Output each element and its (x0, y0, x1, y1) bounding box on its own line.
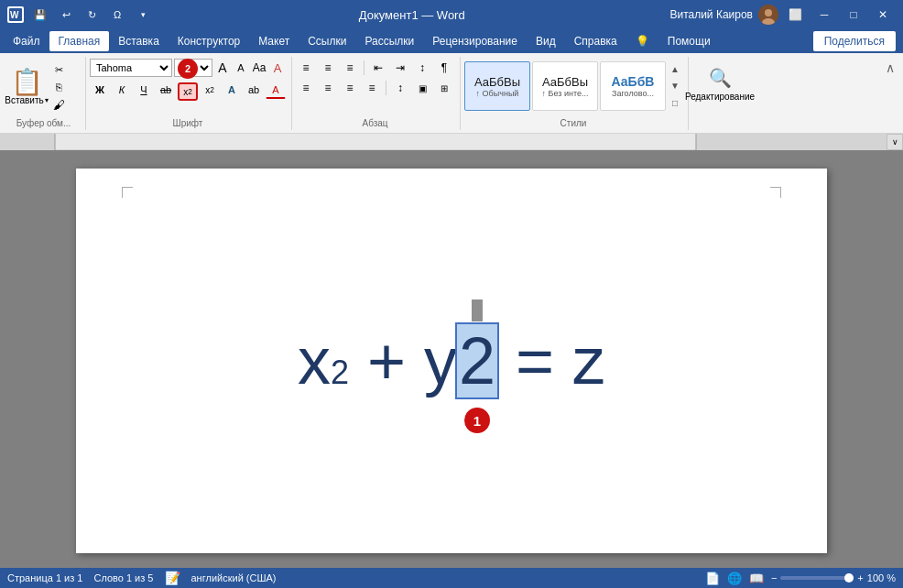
menu-help2[interactable]: Помощи (658, 31, 720, 51)
redo-quick-btn[interactable]: ↻ (81, 5, 103, 25)
window-title: Документ1 — Word (154, 8, 669, 22)
style-heading1-preview: АаБбВ (612, 74, 655, 89)
status-bar: Страница 1 из 1 Слово 1 из 5 📝 английски… (0, 568, 903, 588)
text-highlight-btn[interactable]: ab (244, 81, 264, 99)
subscript-btn-wrapper: 2 x2 (178, 82, 198, 101)
line-spacing-btn[interactable]: ↕ (390, 79, 410, 97)
styles-group: АаБбВы ↑ Обычный АаБбВы ↑ Без инте... Аа… (461, 57, 689, 130)
clipboard-label: Буфер обм... (7, 115, 80, 128)
symbol-quick-btn[interactable]: Ω (106, 5, 128, 25)
share-btn[interactable]: Поделиться (813, 31, 896, 51)
bullets-btn[interactable]: ≡ (296, 59, 316, 77)
title-bar-right: Виталий Каиров ⬜ ─ □ ✕ (669, 5, 896, 25)
style-normal-label: ↑ Обычный (476, 89, 519, 98)
change-case-btn[interactable]: Aa (251, 60, 267, 76)
corner-mark-tr (770, 187, 781, 198)
menu-view[interactable]: Вид (527, 31, 565, 51)
spell-check-icon[interactable]: 📝 (165, 571, 180, 585)
editing-button[interactable]: 🔍 Редактирование (692, 59, 747, 110)
menu-mailings[interactable]: Рассылки (355, 31, 423, 51)
align-left-btn[interactable]: ≡ (296, 79, 316, 97)
paste-button[interactable]: 📋 Вставить▾ (7, 61, 46, 113)
view-reading-icon[interactable]: 📖 (749, 572, 764, 585)
align-center-btn[interactable]: ≡ (318, 79, 338, 97)
menu-lightbulb[interactable]: 💡 (626, 31, 658, 51)
styles-scroll[interactable]: ▲ ▼ □ (668, 60, 682, 112)
increase-indent-btn[interactable]: ⇥ (390, 59, 410, 77)
language[interactable]: английский (США) (191, 572, 277, 583)
zoom-thumb (844, 573, 854, 583)
menu-insert[interactable]: Вставка (109, 31, 169, 51)
subscript-btn[interactable]: x2 (178, 82, 198, 101)
menu-file[interactable]: Файл (4, 31, 49, 51)
menu-review[interactable]: Рецензирование (423, 31, 527, 51)
bold-btn[interactable]: Ж (90, 81, 110, 99)
menu-references[interactable]: Ссылки (299, 31, 355, 51)
ruler-area: ∨ (0, 134, 903, 150)
zoom-minus-btn[interactable]: − (771, 572, 777, 583)
underline-btn[interactable]: Ч (134, 81, 154, 99)
sort-btn[interactable]: ↕ (412, 59, 432, 77)
menu-help[interactable]: Справка (565, 31, 626, 51)
style-no-spacing[interactable]: АаБбВы ↑ Без инте... (532, 61, 598, 111)
shading-btn[interactable]: ▣ (412, 79, 432, 97)
numbering-btn[interactable]: ≡ (318, 59, 338, 77)
corner-mark-tl (122, 187, 133, 198)
editing-icon: 🔍 (709, 67, 732, 89)
ribbon: 📋 Вставить▾ ✂ ⎘ 🖌 Буфер обм... (0, 53, 903, 134)
save-quick-btn[interactable]: 💾 (29, 5, 51, 25)
document-page[interactable]: x 2 + y 2 1 = z (76, 169, 827, 553)
cut-button[interactable]: ✂ (48, 61, 70, 78)
styles-up-arrow[interactable]: ▲ (670, 64, 680, 74)
zoom-control: − + 100 % (771, 572, 896, 583)
paragraph-label: Абзац (296, 115, 454, 128)
maximize-btn[interactable]: □ (841, 5, 866, 25)
ruler-toggle-btn[interactable]: ∨ (887, 134, 903, 150)
font-name-select[interactable]: Tahoma (90, 59, 172, 77)
title-bar-left: W 💾 ↩ ↻ Ω ▾ (7, 5, 154, 25)
more-quick-btn[interactable]: ▾ (132, 5, 154, 25)
font-color-btn[interactable]: A (266, 81, 286, 99)
show-marks-btn[interactable]: ¶ (434, 59, 454, 77)
superscript-btn[interactable]: x2 (200, 81, 220, 99)
decrease-indent-btn[interactable]: ⇤ (368, 59, 388, 77)
italic-btn[interactable]: К (112, 81, 132, 99)
doc-plus: + (367, 323, 406, 398)
align-right-btn[interactable]: ≡ (340, 79, 360, 97)
font-grow-btn[interactable]: A (214, 60, 231, 76)
strikethrough-btn[interactable]: ab (156, 81, 176, 99)
svg-text:W: W (10, 10, 19, 20)
justify-btn[interactable]: ≡ (362, 79, 382, 97)
font-shrink-btn[interactable]: A (233, 60, 249, 76)
collapse-ribbon-btn[interactable]: ∧ (881, 59, 899, 77)
menu-design[interactable]: Конструктор (169, 31, 249, 51)
styles-expand-arrow[interactable]: □ (672, 98, 678, 108)
doc-x: x (298, 323, 331, 398)
copy-button[interactable]: ⎘ (48, 79, 70, 95)
text-effects-btn[interactable]: A (222, 81, 242, 99)
view-web-icon[interactable]: 🌐 (727, 572, 742, 585)
style-normal[interactable]: АаБбВы ↑ Обычный (464, 61, 530, 111)
zoom-plus-btn[interactable]: + (857, 572, 863, 583)
styles-label: Стили (464, 115, 682, 128)
borders-btn[interactable]: ⊞ (434, 79, 454, 97)
menu-home[interactable]: Главная (49, 31, 110, 51)
ribbon-toggle-btn[interactable]: ⬜ (782, 5, 808, 25)
zoom-slider[interactable] (780, 576, 854, 580)
menu-bar: Файл Главная Вставка Конструктор Макет С… (0, 29, 903, 53)
styles-down-arrow[interactable]: ▼ (670, 81, 680, 91)
minimize-btn[interactable]: ─ (811, 5, 837, 25)
user-avatar (758, 5, 778, 25)
undo-quick-btn[interactable]: ↩ (55, 5, 77, 25)
menu-layout[interactable]: Макет (249, 31, 299, 51)
format-painter-button[interactable]: 🖌 (48, 96, 70, 113)
close-btn[interactable]: ✕ (870, 5, 896, 25)
zoom-level[interactable]: 100 % (867, 572, 896, 583)
font-row2: Ж К Ч ab 2 x2 x2 A ab A (90, 79, 286, 101)
doc-y: y (424, 323, 457, 398)
multilevel-btn[interactable]: ≡ (340, 59, 360, 77)
clear-format-btn[interactable]: A (269, 60, 286, 76)
style-heading1[interactable]: АаБбВ Заголово... (600, 61, 666, 111)
view-normal-icon[interactable]: 📄 (705, 572, 720, 585)
annotation-badge-1: 1 (464, 408, 490, 433)
